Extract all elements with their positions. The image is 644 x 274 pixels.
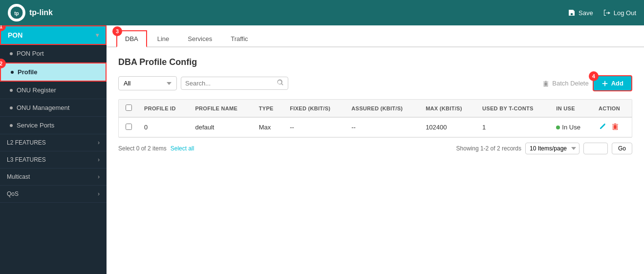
dot-icon xyxy=(11,71,14,74)
batch-delete-button[interactable]: Batch Delete xyxy=(542,80,588,87)
add-badge: 4 xyxy=(589,71,599,81)
sidebar-item-multicast[interactable]: Multicast › xyxy=(0,169,107,186)
cell-assured: -- xyxy=(345,117,420,137)
toolbar: All Batch Delete 4 xyxy=(118,75,632,91)
row-checkbox[interactable] xyxy=(126,124,132,130)
search-icon xyxy=(277,79,284,87)
toolbar-right: Batch Delete 4 Add xyxy=(542,75,632,91)
col-type: TYPE xyxy=(253,100,284,117)
save-button[interactable]: Save xyxy=(568,9,593,17)
chevron-right-icon: › xyxy=(98,190,100,197)
sidebar-category-label: L3 FEATURES xyxy=(7,156,46,163)
table-row: 0 default Max -- -- 102400 1 In Use xyxy=(119,117,632,137)
col-action: ACTION xyxy=(593,100,632,117)
cell-action xyxy=(593,117,632,137)
status-dot-icon xyxy=(556,126,560,129)
batch-delete-label: Batch Delete xyxy=(552,80,588,87)
col-profile-name: PROFILE NAME xyxy=(189,100,253,117)
tab-traffic[interactable]: Traffic xyxy=(222,31,256,46)
cell-in-use: In Use xyxy=(550,117,593,137)
add-button[interactable]: Add xyxy=(593,75,632,91)
go-button[interactable]: Go xyxy=(612,143,632,154)
main-layout: 1 PON ▾ PON Port 2 Profile ONU Register … xyxy=(0,25,644,274)
sidebar-item-label: ONU Management xyxy=(17,104,69,111)
col-fixed: FIXED (KBIT/S) xyxy=(284,100,345,117)
cell-type: Max xyxy=(253,117,284,137)
logo: tp tp-link xyxy=(8,4,53,21)
topnav: tp tp-link Save Log Out xyxy=(0,0,644,25)
dot-icon xyxy=(10,124,13,127)
cell-profile-name: default xyxy=(189,117,253,137)
select-count-label: Select 0 of 2 items xyxy=(118,145,167,152)
logout-label: Log Out xyxy=(614,9,636,17)
cell-profile-id: 0 xyxy=(138,117,189,137)
dot-icon xyxy=(10,106,13,109)
sidebar-item-label: Service Ports xyxy=(17,122,54,129)
sidebar-item-qos[interactable]: QoS › xyxy=(0,186,107,203)
table-footer: Select 0 of 2 items Select all Showing 1… xyxy=(118,138,632,154)
delete-icon[interactable] xyxy=(611,123,619,132)
sidebar-item-pon-port[interactable]: PON Port xyxy=(0,45,107,63)
cell-fixed: -- xyxy=(284,117,345,137)
page-content: DBA Profile Config All xyxy=(107,47,644,274)
dot-icon xyxy=(10,52,13,55)
col-used-by-tconts: USED BY T-CONTS xyxy=(476,100,550,117)
sidebar-item-label: ONU Register xyxy=(17,86,56,94)
footer-left: Select 0 of 2 items Select all xyxy=(118,145,194,152)
col-in-use: IN USE xyxy=(550,100,593,117)
cell-used-by-tconts: 1 xyxy=(476,117,550,137)
sidebar: 1 PON ▾ PON Port 2 Profile ONU Register … xyxy=(0,25,107,274)
topnav-actions: Save Log Out xyxy=(568,9,636,17)
sidebar-section-label: PON xyxy=(8,31,22,39)
sidebar-item-label: Profile xyxy=(18,68,37,76)
chevron-right-icon: › xyxy=(98,139,100,146)
logo-icon: tp xyxy=(8,4,25,21)
save-label: Save xyxy=(579,9,593,17)
toolbar-left: All xyxy=(118,76,288,90)
sidebar-item-onu-register[interactable]: ONU Register xyxy=(0,82,107,99)
chevron-right-icon: › xyxy=(98,156,100,163)
dot-icon xyxy=(10,89,13,92)
sidebar-item-onu-management[interactable]: ONU Management xyxy=(0,99,107,117)
showing-label: Showing 1-2 of 2 records xyxy=(456,145,521,152)
add-label: Add xyxy=(611,80,623,87)
filter-select[interactable]: All xyxy=(118,76,177,90)
in-use-label: In Use xyxy=(562,124,580,131)
tab-line[interactable]: Line xyxy=(149,31,178,46)
sidebar-section-pon[interactable]: PON ▾ xyxy=(0,25,107,45)
search-input[interactable] xyxy=(185,80,277,87)
chevron-down-icon: ▾ xyxy=(96,32,99,39)
page-title: DBA Profile Config xyxy=(118,57,632,67)
sidebar-item-service-ports[interactable]: Service Ports xyxy=(0,117,107,134)
content-area: 3 DBA Line Services Traffic DBA Profile … xyxy=(107,25,644,274)
items-per-page-select[interactable]: 10 Items/page 20 Items/page 50 Items/pag… xyxy=(525,143,580,154)
select-all-checkbox[interactable] xyxy=(126,105,132,111)
sidebar-category-label: L2 FEATURES xyxy=(7,139,46,146)
search-input-wrap xyxy=(181,77,288,90)
logo-text: tp-link xyxy=(29,8,53,17)
tab-services[interactable]: Services xyxy=(179,31,220,46)
edit-icon[interactable] xyxy=(599,123,606,132)
page-number-input[interactable] xyxy=(583,143,608,154)
col-max: MAX (KBIT/S) xyxy=(420,100,476,117)
sidebar-category-label: QoS xyxy=(7,190,19,197)
data-table: PROFILE ID PROFILE NAME TYPE FIXED (KBIT… xyxy=(119,100,632,137)
chevron-right-icon: › xyxy=(98,173,100,180)
sidebar-item-profile[interactable]: Profile xyxy=(0,63,107,82)
select-all-link[interactable]: Select all xyxy=(171,145,194,152)
logout-button[interactable]: Log Out xyxy=(603,9,636,17)
sidebar-item-l3-features[interactable]: L3 FEATURES › xyxy=(0,151,107,169)
sidebar-category-label: Multicast xyxy=(7,173,30,180)
tabs: 3 DBA Line Services Traffic xyxy=(107,25,644,47)
col-assured: ASSURED (KBIT/S) xyxy=(345,100,420,117)
sidebar-item-label: PON Port xyxy=(17,50,44,57)
table-wrap: PROFILE ID PROFILE NAME TYPE FIXED (KBIT… xyxy=(118,99,632,138)
dba-badge: 3 xyxy=(112,26,122,36)
col-profile-id: PROFILE ID xyxy=(138,100,189,117)
svg-text:tp: tp xyxy=(14,11,19,16)
footer-right: Showing 1-2 of 2 records 10 Items/page 2… xyxy=(456,143,632,154)
cell-max: 102400 xyxy=(420,117,476,137)
sidebar-item-l2-features[interactable]: L2 FEATURES › xyxy=(0,134,107,151)
